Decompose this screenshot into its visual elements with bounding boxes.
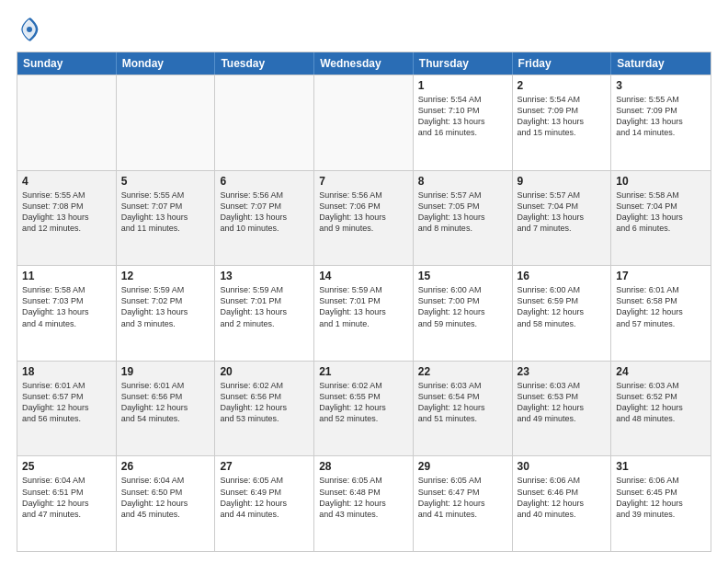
cell-details: Sunrise: 6:03 AM Sunset: 6:54 PM Dayligh… [418,380,507,425]
calendar-row-2: 11Sunrise: 5:58 AM Sunset: 7:03 PM Dayli… [17,265,711,361]
day-number: 19 [121,365,210,378]
day-cell-31: 31Sunrise: 6:06 AM Sunset: 6:45 PM Dayli… [611,456,711,551]
day-cell-15: 15Sunrise: 6:00 AM Sunset: 7:00 PM Dayli… [414,266,513,361]
empty-cell [117,75,216,170]
empty-cell [215,75,314,170]
day-number: 13 [220,270,309,282]
day-number: 6 [220,175,309,188]
day-cell-6: 6Sunrise: 5:56 AM Sunset: 7:07 PM Daylig… [215,171,314,266]
day-cell-10: 10Sunrise: 5:58 AM Sunset: 7:04 PM Dayli… [611,171,711,266]
empty-cell [17,75,117,170]
day-cell-14: 14Sunrise: 5:59 AM Sunset: 7:01 PM Dayli… [314,266,414,361]
header-day-tuesday: Tuesday [215,52,314,75]
day-number: 2 [518,79,607,92]
cell-details: Sunrise: 6:02 AM Sunset: 6:56 PM Dayligh… [220,380,309,425]
day-number: 21 [319,365,408,378]
day-cell-1: 1Sunrise: 5:54 AM Sunset: 7:10 PM Daylig… [414,75,513,170]
svg-point-0 [27,27,32,32]
day-number: 16 [518,270,607,282]
day-number: 18 [22,365,111,378]
day-number: 22 [418,365,507,378]
cell-details: Sunrise: 5:55 AM Sunset: 7:09 PM Dayligh… [616,94,706,139]
day-cell-12: 12Sunrise: 5:59 AM Sunset: 7:02 PM Dayli… [117,266,216,361]
day-number: 3 [616,79,706,92]
day-number: 9 [518,175,607,188]
day-number: 8 [418,175,507,188]
day-number: 28 [319,460,408,473]
empty-cell [314,75,414,170]
calendar: SundayMondayTuesdayWednesdayThursdayFrid… [17,52,711,552]
cell-details: Sunrise: 6:01 AM Sunset: 6:57 PM Dayligh… [22,380,111,425]
cell-details: Sunrise: 6:00 AM Sunset: 7:00 PM Dayligh… [418,284,507,329]
cell-details: Sunrise: 5:58 AM Sunset: 7:03 PM Dayligh… [22,284,111,329]
day-cell-5: 5Sunrise: 5:55 AM Sunset: 7:07 PM Daylig… [117,171,216,266]
day-cell-2: 2Sunrise: 5:54 AM Sunset: 7:09 PM Daylig… [513,75,612,170]
cell-details: Sunrise: 6:01 AM Sunset: 6:58 PM Dayligh… [616,284,706,329]
cell-details: Sunrise: 5:54 AM Sunset: 7:10 PM Dayligh… [418,94,507,139]
cell-details: Sunrise: 5:55 AM Sunset: 7:07 PM Dayligh… [121,190,210,235]
header [17,17,711,42]
day-cell-4: 4Sunrise: 5:55 AM Sunset: 7:08 PM Daylig… [17,171,117,266]
cell-details: Sunrise: 6:00 AM Sunset: 6:59 PM Dayligh… [518,284,607,329]
day-cell-16: 16Sunrise: 6:00 AM Sunset: 6:59 PM Dayli… [513,266,612,361]
day-number: 12 [121,270,210,282]
day-cell-11: 11Sunrise: 5:58 AM Sunset: 7:03 PM Dayli… [17,266,117,361]
day-number: 30 [518,460,607,473]
cell-details: Sunrise: 5:57 AM Sunset: 7:05 PM Dayligh… [418,190,507,235]
calendar-row-1: 4Sunrise: 5:55 AM Sunset: 7:08 PM Daylig… [17,170,711,266]
header-day-friday: Friday [513,52,612,75]
day-number: 4 [22,175,111,188]
cell-details: Sunrise: 6:06 AM Sunset: 6:46 PM Dayligh… [518,475,607,520]
header-day-sunday: Sunday [17,52,117,75]
cell-details: Sunrise: 5:59 AM Sunset: 7:01 PM Dayligh… [319,284,408,329]
day-cell-9: 9Sunrise: 5:57 AM Sunset: 7:04 PM Daylig… [513,171,612,266]
header-day-thursday: Thursday [414,52,513,75]
day-cell-13: 13Sunrise: 5:59 AM Sunset: 7:01 PM Dayli… [215,266,314,361]
day-number: 1 [418,79,507,92]
cell-details: Sunrise: 5:58 AM Sunset: 7:04 PM Dayligh… [616,190,706,235]
day-number: 31 [616,460,706,473]
calendar-row-0: 1Sunrise: 5:54 AM Sunset: 7:10 PM Daylig… [17,75,711,170]
day-number: 25 [22,460,111,473]
logo-icon [17,17,42,42]
header-day-monday: Monday [117,52,216,75]
cell-details: Sunrise: 5:59 AM Sunset: 7:02 PM Dayligh… [121,284,210,329]
day-cell-18: 18Sunrise: 6:01 AM Sunset: 6:57 PM Dayli… [17,362,117,456]
cell-details: Sunrise: 6:04 AM Sunset: 6:51 PM Dayligh… [22,475,111,520]
day-number: 5 [121,175,210,188]
day-number: 29 [418,460,507,473]
calendar-row-4: 25Sunrise: 6:04 AM Sunset: 6:51 PM Dayli… [17,455,711,551]
header-day-wednesday: Wednesday [314,52,414,75]
day-cell-8: 8Sunrise: 5:57 AM Sunset: 7:05 PM Daylig… [414,171,513,266]
cell-details: Sunrise: 6:05 AM Sunset: 6:49 PM Dayligh… [220,475,309,520]
day-cell-21: 21Sunrise: 6:02 AM Sunset: 6:55 PM Dayli… [314,362,414,456]
day-cell-28: 28Sunrise: 6:05 AM Sunset: 6:48 PM Dayli… [314,456,414,551]
day-cell-22: 22Sunrise: 6:03 AM Sunset: 6:54 PM Dayli… [414,362,513,456]
day-number: 11 [22,270,111,282]
cell-details: Sunrise: 5:57 AM Sunset: 7:04 PM Dayligh… [518,190,607,235]
cell-details: Sunrise: 6:02 AM Sunset: 6:55 PM Dayligh… [319,380,408,425]
cell-details: Sunrise: 6:06 AM Sunset: 6:45 PM Dayligh… [616,475,706,520]
cell-details: Sunrise: 5:59 AM Sunset: 7:01 PM Dayligh… [220,284,309,329]
day-number: 24 [616,365,706,378]
cell-details: Sunrise: 6:05 AM Sunset: 6:47 PM Dayligh… [418,475,507,520]
day-number: 23 [518,365,607,378]
cell-details: Sunrise: 6:04 AM Sunset: 6:50 PM Dayligh… [121,475,210,520]
cell-details: Sunrise: 6:03 AM Sunset: 6:53 PM Dayligh… [518,380,607,425]
day-number: 10 [616,175,706,188]
day-cell-30: 30Sunrise: 6:06 AM Sunset: 6:46 PM Dayli… [513,456,612,551]
day-cell-24: 24Sunrise: 6:03 AM Sunset: 6:52 PM Dayli… [611,362,711,456]
calendar-body: 1Sunrise: 5:54 AM Sunset: 7:10 PM Daylig… [17,75,711,551]
cell-details: Sunrise: 5:56 AM Sunset: 7:06 PM Dayligh… [319,190,408,235]
cell-details: Sunrise: 5:54 AM Sunset: 7:09 PM Dayligh… [518,94,607,139]
day-cell-7: 7Sunrise: 5:56 AM Sunset: 7:06 PM Daylig… [314,171,414,266]
day-cell-29: 29Sunrise: 6:05 AM Sunset: 6:47 PM Dayli… [414,456,513,551]
day-number: 27 [220,460,309,473]
day-number: 20 [220,365,309,378]
day-number: 26 [121,460,210,473]
day-number: 7 [319,175,408,188]
cell-details: Sunrise: 6:01 AM Sunset: 6:56 PM Dayligh… [121,380,210,425]
day-cell-19: 19Sunrise: 6:01 AM Sunset: 6:56 PM Dayli… [117,362,216,456]
day-number: 14 [319,270,408,282]
cell-details: Sunrise: 5:56 AM Sunset: 7:07 PM Dayligh… [220,190,309,235]
